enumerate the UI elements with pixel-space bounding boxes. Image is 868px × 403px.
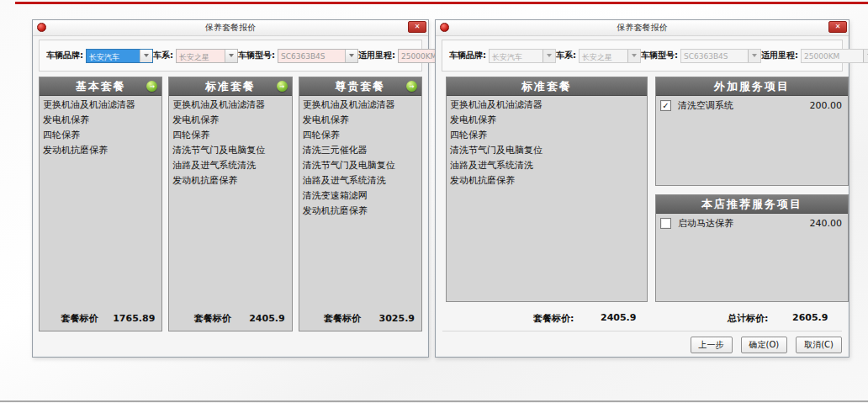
combo-box-disabled: 长安之星 (579, 49, 641, 63)
package-quote-dialog-step2: 保养套餐报价 ✕ 车辆品牌: 长安汽车 车系: 长安之星 车辆型号: (435, 19, 849, 358)
package-item: 更换机油及机油滤清器 (172, 98, 288, 113)
package-item: 清洗节气门及电脑复位 (303, 158, 418, 173)
package-item: 发动机抗磨保养 (172, 173, 288, 188)
service-price: 240.00 (810, 218, 844, 229)
package-item: 更换机油及机油滤清器 (43, 98, 158, 113)
title-bar[interactable]: 保养套餐报价 ✕ (33, 20, 428, 36)
package-price-row: 套餐标价 3025.9 (299, 312, 421, 331)
price-value: 2405.9 (249, 313, 284, 324)
select-package-icon[interactable]: → (146, 81, 157, 92)
package-column-premium: 尊贵套餐 → 更换机油及机油滤清器发电机保养四轮保养清洗三元催化器清洗节气门及电… (299, 77, 422, 331)
package-item: 发电机保养 (450, 113, 643, 128)
package-column-standard: 标准套餐 → 更换机油及机油滤清器发电机保养四轮保养清洗节气门及电脑复位油路及进… (168, 77, 292, 331)
package-item: 发动机抗磨保养 (43, 143, 158, 158)
package-item-list: 更换机油及机油滤清器发电机保养四轮保养发动机抗磨保养 (40, 96, 161, 312)
vehicle-form: 车辆品牌: 长安汽车 车系: 长安之星 车辆型号: SC6363B4S (39, 40, 422, 72)
package-item: 清洗节气门及电脑复位 (172, 143, 288, 158)
price-value: 3025.9 (379, 313, 415, 324)
vehicle-form-disabled: 车辆品牌: 长安汽车 车系: 长安之星 车辆型号: SC6363B4S (442, 40, 843, 72)
select-package-icon[interactable]: → (406, 81, 417, 92)
package-header: 尊贵套餐 → (299, 77, 421, 96)
combo-value: 长安之星 (580, 50, 627, 62)
price-label: 套餐标价 (176, 312, 249, 325)
package-title: 标准套餐 (205, 79, 256, 94)
field-label: 车辆型号: (238, 50, 275, 61)
addon-services-header: 外加服务项目 (656, 77, 848, 96)
combo-value: SC6363B4S (278, 50, 345, 62)
combo-value: 长安汽车 (490, 50, 542, 62)
combo-box-disabled: 25000KM (801, 49, 868, 63)
panel-title: 外加服务项目 (714, 79, 790, 94)
package-header: 标准套餐 (447, 77, 647, 96)
chevron-down-icon (627, 50, 640, 62)
form-field: 车辆品牌: 长安汽车 (449, 49, 556, 63)
chevron-down-icon[interactable] (345, 50, 357, 62)
service-row[interactable]: 启动马达保养 240.00 (660, 217, 844, 230)
price-value: 1765.89 (113, 313, 155, 324)
button-row: 上一步 确定(O) 取消(C) (442, 337, 842, 353)
service-price: 200.00 (810, 100, 844, 111)
app-icon (37, 23, 46, 32)
field-label: 车系: (153, 50, 173, 61)
field-label: 车辆品牌: (46, 50, 83, 61)
package-item: 四轮保养 (43, 128, 158, 143)
combo-value: SC6363B4S (681, 50, 748, 62)
addon-service-list: 清洗空调系统 200.00 (656, 96, 848, 185)
field-label: 车系: (556, 50, 576, 61)
field-label: 适用里程: (358, 50, 395, 61)
title-bar[interactable]: 保养套餐报价 ✕ (436, 20, 849, 36)
cancel-button[interactable]: 取消(C) (796, 337, 842, 353)
bottom-divider-line (0, 400, 868, 402)
package-quote-dialog-step1: 保养套餐报价 ✕ 车辆品牌: 长安汽车 车系: 长安之星 车辆型号: (32, 19, 429, 358)
package-item: 发电机保养 (43, 113, 158, 128)
package-item: 清洗三元催化器 (303, 143, 418, 158)
package-item: 发电机保养 (303, 113, 418, 128)
app-icon (440, 23, 449, 32)
package-item-list: 更换机油及机油滤清器发电机保养四轮保养清洗节气门及电脑复位油路及进气系统清洗发动… (447, 96, 647, 301)
form-field: 车辆型号: SC6363B4S (641, 49, 761, 63)
combo-box-disabled: 长安汽车 (489, 49, 556, 63)
package-header: 基本套餐 → (40, 77, 161, 96)
service-checkbox[interactable] (660, 218, 671, 229)
panel-title: 本店推荐服务项目 (701, 197, 802, 212)
package-price-row: 套餐标价 1765.89 (40, 312, 161, 331)
extra-services-column: 外加服务项目 清洗空调系统 200.00 本店推荐服务项目 (655, 77, 849, 302)
package-column-basic: 基本套餐 → 更换机油及机油滤清器发电机保养四轮保养发动机抗磨保养 套餐标价 1… (39, 77, 162, 331)
dialog-title: 保养套餐报价 (205, 22, 256, 34)
combo-value: 长安汽车 (87, 50, 140, 62)
select-package-icon[interactable]: → (277, 81, 288, 92)
combo-box[interactable]: 长安汽车 (86, 49, 153, 63)
chevron-down-icon[interactable] (225, 50, 237, 62)
package-item: 发电机保养 (172, 113, 288, 128)
package-item: 四轮保养 (450, 128, 643, 143)
package-item: 清洗变速箱滤网 (303, 188, 418, 204)
package-item: 四轮保养 (303, 128, 418, 143)
package-item: 油路及进气系统清洗 (303, 173, 418, 188)
form-field: 车系: 长安之星 (153, 49, 238, 63)
field-label: 车辆型号: (641, 50, 678, 61)
service-checkbox[interactable] (660, 100, 671, 111)
chevron-down-icon (748, 50, 760, 62)
chevron-down-icon[interactable] (140, 50, 152, 62)
dialog-title: 保养套餐报价 (617, 22, 668, 34)
package-item: 油路及进气系统清洗 (172, 158, 288, 173)
close-icon[interactable]: ✕ (828, 21, 847, 33)
top-accent-line (15, 2, 868, 4)
selection-area: 标准套餐 更换机油及机油滤清器发电机保养四轮保养清洗节气门及电脑复位油路及进气系… (436, 77, 849, 302)
service-label: 清洗空调系统 (678, 99, 733, 112)
service-row[interactable]: 清洗空调系统 200.00 (660, 99, 844, 112)
combo-box[interactable]: 长安之星 (176, 49, 238, 63)
combo-box[interactable]: SC6363B4S (278, 49, 358, 63)
package-price-value: 2405.9 (601, 312, 636, 323)
package-item: 更换机油及机油滤清器 (450, 98, 643, 113)
price-label: 套餐标价 (46, 312, 113, 325)
recommended-service-list: 启动马达保养 240.00 (656, 214, 848, 301)
recommended-services-header: 本店推荐服务项目 (656, 195, 848, 214)
total-price-label: 总计标价: (728, 312, 768, 325)
form-field: 车辆品牌: 长安汽车 (46, 49, 153, 63)
close-icon[interactable]: ✕ (408, 21, 426, 33)
form-field: 车系: 长安之星 (556, 49, 641, 63)
addon-services-panel: 外加服务项目 清洗空调系统 200.00 (655, 77, 849, 186)
ok-button[interactable]: 确定(O) (741, 337, 788, 353)
back-button[interactable]: 上一步 (691, 337, 733, 353)
